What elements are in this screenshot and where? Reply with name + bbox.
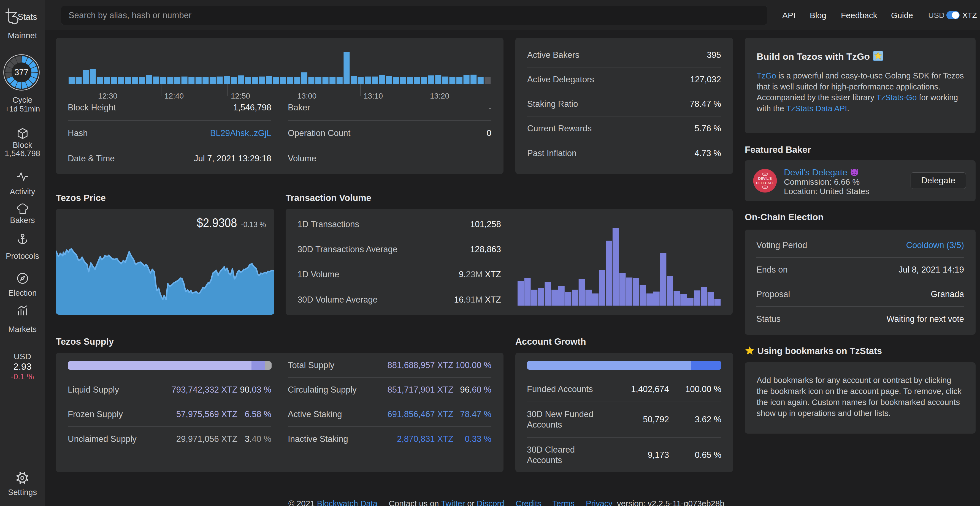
svg-text:DEVIL'S: DEVIL'S (758, 176, 772, 181)
svg-text:DELEGATE: DELEGATE (756, 181, 774, 185)
